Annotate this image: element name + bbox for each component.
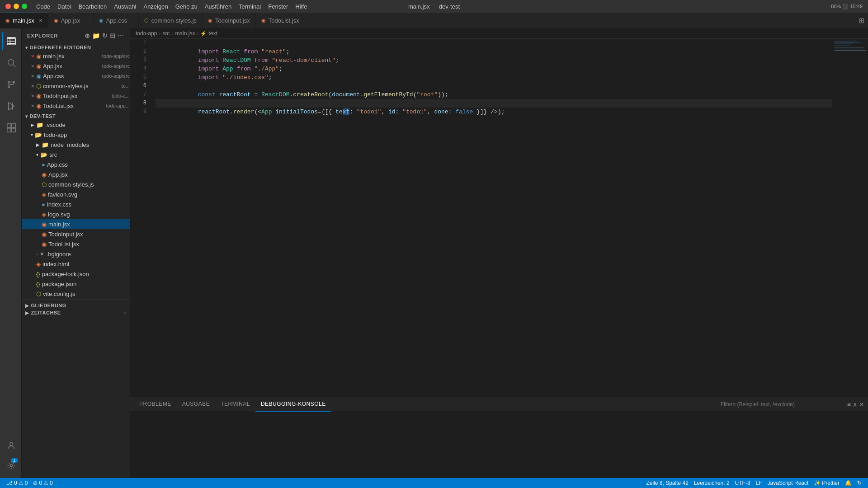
js-icon: ⬡ xyxy=(42,181,47,188)
new-file-icon[interactable]: ⊕ xyxy=(85,32,90,39)
status-language[interactable]: JavaScript React xyxy=(765,478,811,488)
activity-settings[interactable]: 1 xyxy=(2,456,20,474)
folder-todo-app[interactable]: ▾ 📂 todo-app xyxy=(22,130,130,140)
panel-tab-debugging[interactable]: DEBUGGING-KONSOLE xyxy=(255,397,331,412)
folder-node-modules[interactable]: ▶ 📁 node_modules xyxy=(22,140,130,150)
title-bar-left: Code Datei Bearbeiten Auswahl Anzeigen G… xyxy=(5,3,307,10)
open-editor-app-css[interactable]: ✕ ◉ App.css todo-app/src xyxy=(22,71,130,81)
dev-test-header[interactable]: ▾ DEV-TEST xyxy=(22,113,130,120)
menu-anzeigen[interactable]: Anzeigen xyxy=(143,3,168,10)
panel-chevron-up-icon[interactable]: ∧ xyxy=(853,401,857,408)
line-num-6: 6 xyxy=(130,82,146,90)
new-folder-icon[interactable]: 📁 xyxy=(92,32,100,39)
status-git[interactable]: ⎇ 0 ⚠ 0 xyxy=(4,478,30,488)
status-sync[interactable]: ↻ xyxy=(854,478,864,488)
open-editor-common-styles[interactable]: ✕ ⬡ common-styles.js to... xyxy=(22,81,130,91)
menu-gehe-zu[interactable]: Gehe zu xyxy=(175,3,198,10)
code-content[interactable]: import React from "react"; import ReactD… xyxy=(152,39,832,397)
breadcrumb-main-jsx[interactable]: main.jsx xyxy=(175,30,195,37)
breadcrumb-text[interactable]: text xyxy=(208,30,217,37)
menu-hilfe[interactable]: Hilfe xyxy=(295,3,307,10)
open-editor-main-jsx[interactable]: ✕ ◉ main.jsx todo-app/src xyxy=(22,51,130,61)
activity-account[interactable] xyxy=(2,436,20,455)
menu-code[interactable]: Code xyxy=(36,3,50,10)
file-package-lock-json[interactable]: {} package-lock.json xyxy=(22,269,130,279)
file-index-css[interactable]: ● index.css xyxy=(22,199,130,209)
tab-common-styles[interactable]: ⬡ common-styles.js xyxy=(139,13,203,28)
split-editor-icon[interactable]: ⊞ xyxy=(859,16,864,25)
status-notifications[interactable]: 🔔 xyxy=(842,478,854,488)
file-app-jsx[interactable]: ◉ App.jsx xyxy=(22,169,130,179)
folder-src[interactable]: ▾ 📂 src xyxy=(22,150,130,160)
panel-tab-terminal[interactable]: TERMINAL xyxy=(215,397,255,412)
activity-source-control[interactable] xyxy=(2,75,20,94)
node-modules-chevron: ▶ xyxy=(36,142,40,147)
file-favicon-svg[interactable]: ◈ favicon.svg xyxy=(22,189,130,199)
tab-app-jsx[interactable]: ◉ App.jsx xyxy=(48,13,94,28)
status-line-ending[interactable]: LF xyxy=(753,478,765,488)
tab-main-jsx[interactable]: ◉ main.jsx ✕ xyxy=(0,13,48,28)
file-name: package-lock.json xyxy=(42,271,130,277)
file-todolist-jsx[interactable]: ◉ TodoList.jsx xyxy=(22,239,130,249)
code-editor[interactable]: 1 2 3 4 5 6 7 8 9 import React from "rea… xyxy=(130,39,868,397)
file-hgignore[interactable]: · ✕ .hgignore xyxy=(22,249,130,259)
panel-filter-input[interactable] xyxy=(719,400,845,408)
activity-extensions[interactable] xyxy=(2,119,20,137)
panel-tab-ausgabe[interactable]: AUSGABE xyxy=(177,397,216,412)
menu-bearbeiten[interactable]: Bearbeiten xyxy=(78,3,107,10)
vscode-chevron: ▶ xyxy=(31,122,34,127)
file-logo-svg[interactable]: ◈ logo.svg xyxy=(22,209,130,219)
refresh-icon[interactable]: ↻ xyxy=(102,32,108,39)
status-spaces[interactable]: Leerzeichen: 2 xyxy=(691,478,732,488)
panel-tab-probleme[interactable]: PROBLEME xyxy=(134,397,177,412)
maximize-button[interactable] xyxy=(22,4,27,9)
status-line-col[interactable]: Zeile 8, Spalte 42 xyxy=(643,478,691,488)
menu-terminal[interactable]: Terminal xyxy=(239,3,261,10)
close-button[interactable] xyxy=(5,4,11,9)
breadcrumb-todo-app[interactable]: todo-app xyxy=(136,30,157,37)
menu-datei[interactable]: Datei xyxy=(57,3,71,10)
zeitachse-header[interactable]: ▶ ZEITACHSE › xyxy=(22,309,130,316)
folder-icon: 📁 xyxy=(42,141,49,148)
status-prettier[interactable]: ✨ Prettier xyxy=(811,478,842,488)
open-editor-app-jsx[interactable]: ✕ ◉ App.jsx todo-app/src xyxy=(22,61,130,71)
file-name: TodoInput.jsx xyxy=(43,93,110,99)
json-icon: {} xyxy=(36,281,40,287)
menu-ausfuhren[interactable]: Ausführen xyxy=(205,3,231,10)
file-vite-config[interactable]: ⬡ vite.config.js xyxy=(22,289,130,299)
open-editor-todolist[interactable]: ✕ ◉ TodoList.jsx todo-app... xyxy=(22,101,130,111)
minimize-button[interactable] xyxy=(14,4,19,9)
file-main-jsx[interactable]: ◉ main.jsx xyxy=(22,219,130,229)
file-common-styles[interactable]: ⬡ common-styles.js xyxy=(22,179,130,189)
error-icon: ⊘ xyxy=(33,480,38,486)
status-encoding[interactable]: UTF-8 xyxy=(732,478,753,488)
svg-rect-10 xyxy=(7,128,10,132)
panel-close-icon[interactable]: ✕ xyxy=(859,401,864,408)
tab-app-css[interactable]: ◉ App.css xyxy=(94,13,139,28)
tab-todolist[interactable]: ◉ TodoList.jsx xyxy=(256,13,305,28)
more-actions-icon[interactable]: ··· xyxy=(118,32,124,39)
activity-explorer[interactable] xyxy=(2,32,20,50)
status-errors[interactable]: ⊘ 0 ⚠ 0 xyxy=(30,478,55,488)
gliederung-header[interactable]: ▶ GLIEDERUNG xyxy=(22,302,130,309)
open-editors-header[interactable]: ▾ GEÖFFNETE EDITOREN xyxy=(22,44,130,51)
dev-test-tree: ▶ 📁 .vscode ▾ 📂 todo-app ▶ 📁 node_m xyxy=(22,120,130,299)
file-package-json[interactable]: {} package.json xyxy=(22,279,130,289)
menu-auswahl[interactable]: Auswahl xyxy=(114,3,136,10)
collapse-all-icon[interactable]: ⊟ xyxy=(110,32,116,39)
title-bar: Code Datei Bearbeiten Auswahl Anzeigen G… xyxy=(0,0,868,13)
tab-close-main-jsx[interactable]: ✕ xyxy=(39,18,42,23)
activity-search[interactable] xyxy=(2,54,20,72)
breadcrumb-src[interactable]: src xyxy=(162,30,170,37)
filter-list-icon[interactable]: ≡ xyxy=(847,401,851,408)
file-app-css[interactable]: ● App.css xyxy=(22,160,130,169)
file-index-html[interactable]: ◈ index.html xyxy=(22,259,130,269)
file-todoinput-jsx[interactable]: ◉ TodoInput.jsx xyxy=(22,229,130,239)
activity-run[interactable] xyxy=(2,97,20,115)
open-editor-todoinput[interactable]: ✕ ◉ TodoInput.jsx todo-a... xyxy=(22,91,130,101)
menu-fenster[interactable]: Fenster xyxy=(268,3,288,10)
minimap-line xyxy=(834,47,864,48)
sidebar-header: EXPLORER ⊕ 📁 ↻ ⊟ ··· xyxy=(22,28,130,43)
tab-todoinput[interactable]: ◉ TodoInput.jsx xyxy=(203,13,256,28)
folder-vscode[interactable]: ▶ 📁 .vscode xyxy=(22,120,130,130)
